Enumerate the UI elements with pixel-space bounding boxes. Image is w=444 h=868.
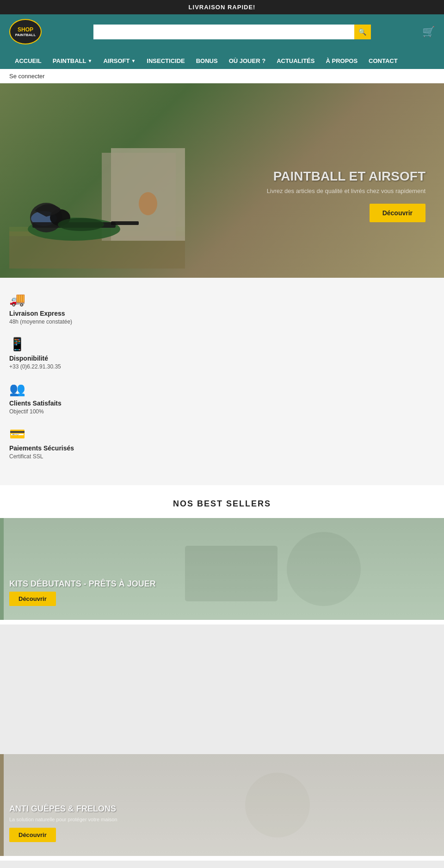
svg-rect-9 [111, 221, 139, 225]
delivery-icon: 🚚 [9, 292, 435, 307]
logo-line2: PAINTBALL [15, 33, 36, 37]
nav-label-a-propos: À PROPOS [326, 57, 358, 64]
nav-label-accueil: ACCUEIL [15, 57, 42, 64]
main-nav: ACCUEIL PAINTBALL ▼ AIRSOFT ▼ INSECTICID… [0, 53, 444, 69]
section-title: NOS BEST SELLERS [0, 499, 444, 509]
nav-item-a-propos[interactable]: À PROPOS [320, 53, 363, 69]
top-bar: LIVRAISON RAPIDE! [0, 0, 444, 14]
feature-clients: 👥 Clients Satisfaits Objectif 100% [9, 381, 435, 415]
search-wrapper: 🔍 [93, 25, 371, 39]
nav-label-contact: CONTACT [369, 57, 398, 64]
nav-item-actualites[interactable]: ACTUALITÉS [271, 53, 320, 69]
nav-label-paintball: PAINTBALL [53, 57, 86, 64]
hero-title: PAINTBALL ET AIRSOFT [267, 169, 426, 184]
nav-item-airsoft[interactable]: AIRSOFT ▼ [98, 53, 141, 69]
hero-background: PAINTBALL ET AIRSOFT Livrez des articles… [0, 83, 444, 278]
feature-delivery: 🚚 Livraison Express 48h (moyenne constat… [9, 292, 435, 325]
login-link[interactable]: Se connecter [9, 73, 45, 80]
card-1-cta-button[interactable]: Découvrir [9, 592, 56, 606]
feature-phone-desc: +33 (0)6.22.91.30.35 [9, 363, 435, 370]
hero-cta-button[interactable]: Découvrir [370, 204, 426, 222]
nav-item-paintball[interactable]: PAINTBALL ▼ [47, 53, 98, 69]
feature-phone-title: Disponibilité [9, 355, 435, 362]
feature-payment-desc: Certificat SSL [9, 453, 435, 460]
clients-icon: 👥 [9, 381, 435, 397]
cart-button[interactable]: 🛒 [422, 26, 435, 38]
promo-card-kits: KITS DÉBUTANTS - PRÊTS À JOUER Découvrir [0, 518, 444, 620]
hero-player-illustration [9, 93, 185, 269]
nav-item-accueil[interactable]: ACCUEIL [9, 53, 47, 69]
hero-text-block: PAINTBALL ET AIRSOFT Livrez des articles… [267, 169, 426, 222]
nav-label-bonus: BONUS [196, 57, 218, 64]
feature-delivery-title: Livraison Express [9, 310, 435, 317]
login-bar: Se connecter [0, 69, 444, 83]
nav-label-ou-jouer: OÙ JOUER ? [229, 57, 265, 64]
card-2-content: ANTI GUÊPES & FRELONS La solution nature… [9, 804, 117, 842]
nav-list: ACCUEIL PAINTBALL ▼ AIRSOFT ▼ INSECTICID… [9, 53, 435, 69]
card-2-subtitle: La solution naturelle pour protéger votr… [9, 817, 117, 822]
nav-item-ou-jouer[interactable]: OÙ JOUER ? [223, 53, 271, 69]
nav-item-contact[interactable]: CONTACT [363, 53, 403, 69]
search-button[interactable]: 🔍 [354, 25, 371, 39]
feature-clients-title: Clients Satisfaits [9, 400, 435, 407]
hero-section: PAINTBALL ET AIRSOFT Livrez des articles… [0, 83, 444, 278]
svg-point-11 [58, 218, 104, 231]
chevron-down-icon: ▼ [87, 58, 92, 63]
svg-point-4 [139, 192, 157, 215]
top-bar-text: LIVRAISON RAPIDE! [189, 4, 256, 11]
nav-label-actualites: ACTUALITÉS [277, 57, 314, 64]
features-section: 🚚 Livraison Express 48h (moyenne constat… [0, 278, 444, 485]
card-1-content: KITS DÉBUTANTS - PRÊTS À JOUER Découvrir [9, 579, 156, 606]
hero-subtitle: Livrez des articles de qualité et livrés… [267, 187, 426, 194]
search-input[interactable] [93, 25, 354, 39]
card-2-title: ANTI GUÊPES & FRELONS [9, 804, 117, 814]
feature-delivery-desc: 48h (moyenne constatée) [9, 318, 435, 325]
nav-item-insecticide[interactable]: INSECTICIDE [141, 53, 190, 69]
feature-payment-title: Paiements Sécurisés [9, 444, 435, 452]
nav-label-airsoft: AIRSOFT [103, 57, 130, 64]
logo-line1: SHOP [15, 26, 36, 33]
card-2-spacer [0, 861, 444, 868]
svg-point-13 [287, 532, 361, 606]
header: SHOP PAINTBALL 🔍 🛒 [0, 14, 444, 53]
promo-card-insecticide: ANTI GUÊPES & FRELONS La solution nature… [0, 754, 444, 856]
feature-phone: 📱 Disponibilité +33 (0)6.22.91.30.35 [9, 337, 435, 370]
svg-point-16 [245, 773, 310, 837]
phone-icon: 📱 [9, 337, 435, 352]
best-sellers-section: NOS BEST SELLERS KITS DÉBUTANTS - PRÊTS … [0, 485, 444, 868]
svg-rect-14 [185, 546, 278, 601]
nav-item-bonus[interactable]: BONUS [191, 53, 223, 69]
feature-clients-desc: Objectif 100% [9, 408, 435, 415]
logo[interactable]: SHOP PAINTBALL [9, 19, 42, 44]
feature-payment: 💳 Paiements Sécurisés Certificat SSL [9, 426, 435, 460]
nav-label-insecticide: INSECTICIDE [147, 57, 185, 64]
chevron-down-icon: ▼ [131, 58, 136, 63]
search-icon: 🔍 [358, 28, 366, 36]
card-1-spacer [0, 624, 444, 754]
card-1-title: KITS DÉBUTANTS - PRÊTS À JOUER [9, 579, 156, 589]
payment-icon: 💳 [9, 426, 435, 442]
card-2-cta-button[interactable]: Découvrir [9, 828, 56, 842]
cart-icon: 🛒 [422, 26, 435, 37]
